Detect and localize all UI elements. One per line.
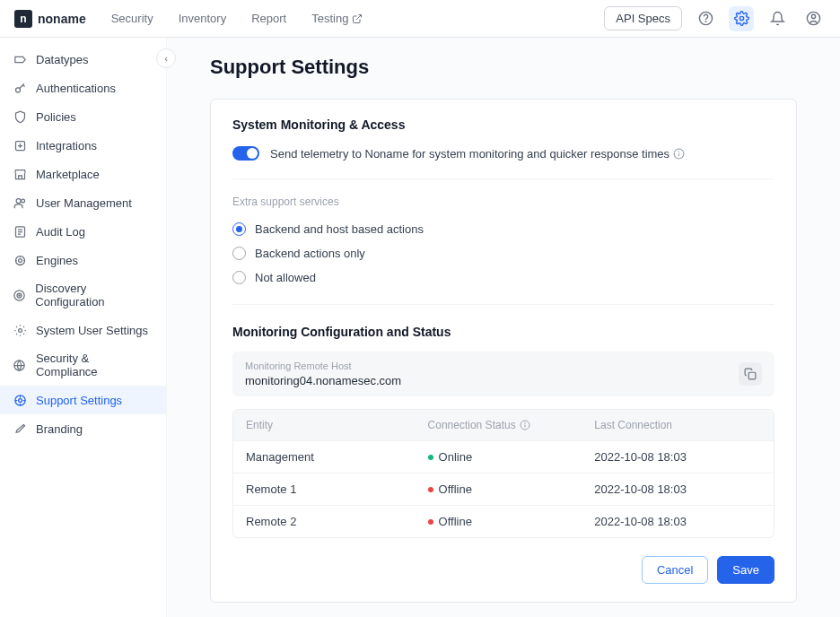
sidebar-item-label: Support Settings (36, 394, 122, 407)
svg-rect-23 (748, 372, 756, 379)
radio-option[interactable]: Backend actions only (232, 241, 774, 265)
svg-point-19 (18, 398, 22, 402)
sidebar-item-authentications[interactable]: Authentications (0, 74, 166, 102)
cell-status: Offline (428, 515, 595, 528)
cell-last-connection: 2022-10-08 18:03 (594, 482, 761, 496)
log-icon (13, 224, 27, 239)
sidebar-item-discovery-configuration[interactable]: Discovery Configuration (0, 274, 166, 316)
system-user-icon (13, 323, 27, 337)
topbar-right: API Specs (604, 6, 826, 31)
col-connection-status: Connection Status (428, 419, 595, 431)
nav-inventory[interactable]: Inventory (179, 12, 226, 25)
external-link-icon (352, 13, 363, 24)
radio-option[interactable]: Not allowed (232, 265, 774, 290)
engine-icon (13, 253, 27, 267)
radio-label: Backend actions only (255, 247, 365, 260)
sidebar-item-system-user-settings[interactable]: System User Settings (0, 316, 166, 344)
col-entity: Entity (246, 419, 428, 431)
topnav: Security Inventory Report Testing (111, 12, 363, 25)
sidebar-item-security-compliance[interactable]: Security & Compliance (0, 344, 166, 386)
sidebar-item-audit-log[interactable]: Audit Log (0, 217, 166, 246)
table-row: Remote 2Offline2022-10-08 18:03 (233, 505, 774, 537)
sidebar-item-label: System User Settings (36, 324, 148, 337)
sidebar-item-label: Policies (36, 110, 76, 124)
status-dot-icon (428, 455, 433, 460)
bell-icon[interactable] (765, 6, 790, 31)
copy-host-button[interactable] (739, 362, 762, 386)
settings-card: System Monitoring & Access Send telemetr… (210, 99, 797, 603)
save-button[interactable]: Save (717, 556, 774, 584)
cell-status: Online (428, 450, 595, 464)
sidebar-item-label: Integrations (36, 139, 97, 152)
cell-entity: Remote 2 (246, 515, 428, 528)
settings-gear-icon[interactable] (729, 6, 754, 31)
cell-last-connection: 2022-10-08 18:03 (594, 515, 761, 528)
store-icon (13, 167, 27, 181)
cell-status: Offline (428, 482, 595, 496)
svg-point-5 (811, 14, 815, 18)
svg-point-8 (16, 198, 21, 203)
svg-point-3 (739, 16, 743, 20)
brush-icon (13, 421, 27, 436)
sidebar-item-marketplace[interactable]: Marketplace (0, 160, 166, 188)
cell-entity: Remote 1 (246, 482, 428, 496)
sidebar-item-label: Datatypes (36, 53, 89, 66)
sidebar-item-label: Security & Compliance (36, 352, 153, 378)
telemetry-row: Send telemetry to Noname for system moni… (232, 146, 774, 179)
tag-icon (13, 52, 27, 66)
nav-report[interactable]: Report (251, 12, 286, 25)
discovery-icon (13, 288, 26, 302)
sidebar-item-label: Audit Log (36, 225, 85, 239)
extra-services-radio-group: Backend and host based actionsBackend ac… (232, 217, 774, 305)
sidebar-item-engines[interactable]: Engines (0, 246, 166, 274)
help-icon[interactable] (693, 6, 718, 31)
telemetry-toggle[interactable] (232, 146, 259, 161)
shield-icon (13, 109, 27, 124)
cell-entity: Management (246, 450, 428, 464)
support-icon (13, 393, 27, 407)
info-icon[interactable] (520, 420, 530, 430)
topbar: n noname Security Inventory Report Testi… (0, 0, 840, 38)
sidebar-collapse-button[interactable]: ‹ (156, 48, 176, 68)
table-row: Remote 1Offline2022-10-08 18:03 (233, 473, 774, 505)
svg-point-22 (678, 152, 679, 152)
copy-icon (744, 368, 757, 380)
logo[interactable]: n noname (14, 10, 86, 28)
sidebar-item-user-management[interactable]: User Management (0, 188, 166, 217)
sidebar-item-policies[interactable]: Policies (0, 102, 166, 131)
nav-security[interactable]: Security (111, 12, 153, 25)
sidebar-item-integrations[interactable]: Integrations (0, 131, 166, 160)
sidebar-item-label: Engines (36, 254, 78, 267)
sidebar-item-branding[interactable]: Branding (0, 414, 166, 443)
config-heading: Monitoring Configuration and Status (232, 325, 774, 339)
status-dot-icon (428, 519, 433, 525)
plug-icon (13, 138, 27, 152)
radio-icon (232, 247, 246, 260)
svg-point-26 (524, 423, 525, 424)
sidebar-item-support-settings[interactable]: Support Settings (0, 386, 166, 414)
brand-name: noname (38, 12, 86, 26)
table-header: Entity Connection Status Last Connection (233, 410, 774, 440)
radio-icon (232, 222, 246, 236)
radio-option[interactable]: Backend and host based actions (232, 217, 774, 241)
info-icon[interactable] (673, 148, 685, 160)
radio-label: Not allowed (255, 271, 316, 284)
cell-last-connection: 2022-10-08 18:03 (594, 450, 761, 464)
form-actions: Cancel Save (232, 556, 774, 584)
monitoring-host-box: Monitoring Remote Host monitoring04.nona… (232, 352, 774, 396)
content: Support Settings System Monitoring & Acc… (167, 38, 840, 617)
status-table: Entity Connection Status Last Connection… (232, 409, 774, 538)
nav-testing[interactable]: Testing (311, 12, 363, 25)
chevron-left-icon: ‹ (164, 53, 168, 64)
svg-point-9 (21, 199, 24, 203)
extra-services-label: Extra support services (232, 196, 774, 208)
table-row: ManagementOnline2022-10-08 18:03 (233, 440, 774, 473)
sidebar-item-datatypes[interactable]: Datatypes (0, 45, 166, 74)
radio-label: Backend and host based actions (255, 222, 424, 236)
status-dot-icon (428, 487, 433, 492)
col-last-connection: Last Connection (594, 419, 761, 431)
api-specs-button[interactable]: API Specs (604, 6, 682, 30)
user-avatar-icon[interactable] (801, 6, 826, 31)
cancel-button[interactable]: Cancel (642, 556, 708, 584)
sidebar: ‹ DatatypesAuthenticationsPoliciesIntegr… (0, 38, 167, 617)
